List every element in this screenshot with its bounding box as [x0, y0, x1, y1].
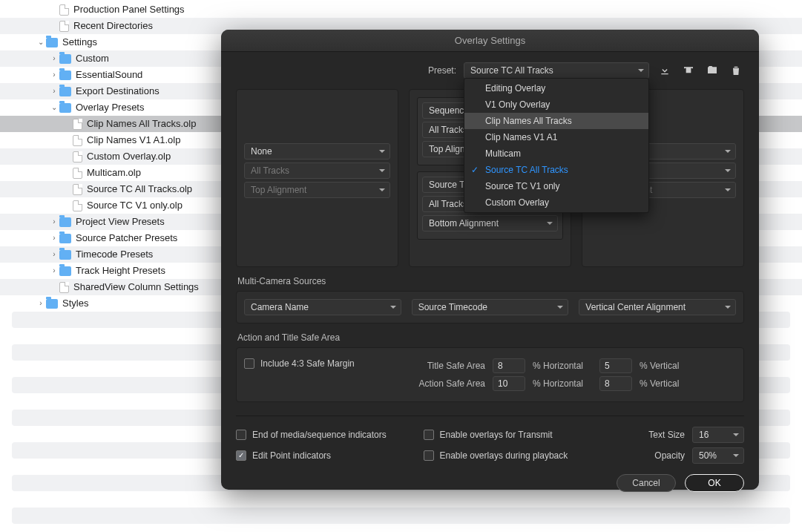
tree-item-label: Styles	[62, 295, 88, 312]
include-43-checkbox[interactable]: Include 4:3 Safe Margin	[244, 355, 407, 372]
import-icon[interactable]	[657, 64, 673, 77]
tree-item-label: Project View Presets	[76, 214, 165, 230]
folder-icon	[59, 70, 71, 80]
file-icon	[59, 21, 69, 32]
file-icon	[73, 184, 82, 195]
delete-icon[interactable]	[728, 64, 744, 77]
tree-item-label: Track Height Presets	[76, 263, 165, 279]
end-media-checkbox[interactable]: End of media/sequence indicators	[236, 427, 416, 443]
export-icon[interactable]	[680, 64, 697, 77]
transmit-checkbox[interactable]: Enable overlays for Transmit	[424, 427, 604, 443]
ok-button[interactable]: OK	[685, 474, 744, 492]
bc-align-select[interactable]: Bottom Alignment	[422, 215, 558, 231]
tree-item-label: Clip Names All Tracks.olp	[87, 116, 196, 132]
preset-menu-item[interactable]: Editing Overlay	[464, 80, 648, 96]
action-safe-h-input[interactable]	[493, 376, 525, 391]
preset-dropdown-menu: Editing OverlayV1 Only OverlayClip Names…	[464, 78, 649, 213]
folder-icon	[59, 217, 71, 227]
tree-item-label: Export Destinations	[76, 83, 160, 99]
opacity-select[interactable]: 50%	[692, 447, 744, 464]
multicam-label: Multi-Camera Sources	[237, 276, 743, 286]
disclosure-icon[interactable]: ›	[49, 263, 59, 279]
tree-item-label: Source TC V1 only.olp	[87, 197, 183, 214]
file-icon	[73, 135, 82, 146]
tree-item-label: Timecode Presets	[76, 246, 153, 263]
disclosure-icon[interactable]: ›	[49, 246, 59, 263]
folder-icon	[59, 266, 71, 276]
new-preset-icon[interactable]	[704, 64, 720, 77]
tree-item-label: Settings	[62, 34, 97, 50]
tree-item-label: Source TC All Tracks.olp	[87, 181, 192, 197]
preset-menu-item[interactable]: Source TC All Tracks	[464, 162, 648, 178]
tl-type-select[interactable]: None	[244, 143, 390, 160]
preset-select[interactable]: Source TC All Tracks	[464, 62, 649, 79]
tree-item-label: EssentialSound	[76, 67, 142, 83]
folder-icon	[59, 87, 71, 96]
tl-tracks-select[interactable]: All Tracks	[244, 162, 390, 179]
tree-item-label: Custom	[76, 50, 109, 67]
tree-item-label: Overlay Presets	[76, 99, 144, 116]
safe-area-label: Action and Title Safe Area	[237, 332, 743, 343]
cancel-button[interactable]: Cancel	[617, 474, 676, 492]
folder-icon	[59, 54, 71, 64]
empty-row	[12, 508, 790, 524]
file-icon	[59, 4, 69, 16]
disclosure-icon[interactable]: ›	[49, 230, 59, 246]
disclosure-icon[interactable]: ›	[49, 67, 59, 83]
overlay-top-left-panel: None All Tracks Top Alignment	[236, 89, 398, 267]
disclosure-icon[interactable]: ›	[49, 83, 59, 99]
text-size-select[interactable]: 16	[692, 427, 744, 443]
disclosure-icon[interactable]: ›	[49, 50, 59, 67]
preset-menu-item[interactable]: Clip Names All Tracks	[464, 113, 648, 129]
tree-item-label: Custom Overlay.olp	[87, 148, 171, 165]
tree-item-label: Multicam.olp	[87, 165, 141, 181]
folder-icon	[46, 299, 58, 309]
mc-meta-select[interactable]: Source Timecode	[412, 299, 569, 315]
action-safe-v-input[interactable]	[599, 376, 632, 391]
disclosure-icon[interactable]: ›	[49, 214, 59, 230]
file-icon	[73, 151, 82, 162]
file-icon	[73, 200, 82, 211]
opacity-label: Opacity	[654, 450, 685, 461]
overlay-settings-dialog: Overlay Settings Preset: Source TC All T…	[221, 30, 759, 490]
tree-item-label: Clip Names V1 A1.olp	[87, 132, 180, 148]
tree-item-label: SharedView Column Settings	[73, 279, 199, 295]
mc-source-select[interactable]: Camera Name	[244, 299, 401, 315]
tree-file[interactable]: Production Panel Settings	[0, 1, 802, 18]
folder-icon	[59, 250, 71, 260]
tree-item-label: Source Patcher Presets	[76, 230, 177, 246]
title-safe-v-input[interactable]	[599, 358, 632, 373]
mc-align-select[interactable]: Vertical Center Alignment	[579, 299, 736, 315]
disclosure-icon[interactable]: ⌄	[36, 34, 46, 50]
edit-point-checkbox[interactable]: Edit Point indicators	[236, 447, 416, 464]
tree-item-label: Production Panel Settings	[73, 1, 185, 18]
disclosure-icon[interactable]: ⌄	[49, 99, 59, 116]
file-icon	[59, 282, 69, 293]
tree-item-label: Recent Directories	[73, 18, 153, 34]
text-size-label: Text Size	[648, 430, 685, 440]
preset-menu-item[interactable]: Source TC V1 only	[464, 178, 648, 194]
disclosure-icon[interactable]: ›	[36, 295, 46, 312]
playback-checkbox[interactable]: Enable overlays during playback	[424, 447, 604, 464]
folder-icon	[59, 234, 71, 243]
preset-menu-item[interactable]: Clip Names V1 A1	[464, 129, 648, 145]
file-icon	[73, 168, 82, 179]
file-icon	[73, 119, 82, 130]
preset-label: Preset:	[428, 65, 456, 76]
action-safe-label: Action Safe Area	[407, 378, 485, 389]
preset-menu-item[interactable]: Custom Overlay	[464, 194, 648, 211]
title-safe-h-input[interactable]	[493, 358, 525, 373]
tl-align-select[interactable]: Top Alignment	[244, 182, 390, 198]
title-safe-label: Title Safe Area	[407, 361, 485, 371]
preset-menu-item[interactable]: V1 Only Overlay	[464, 96, 648, 113]
preset-menu-item[interactable]: Multicam	[464, 145, 648, 162]
dialog-title: Overlay Settings	[221, 30, 759, 52]
folder-icon	[46, 38, 58, 47]
folder-icon	[59, 103, 71, 113]
